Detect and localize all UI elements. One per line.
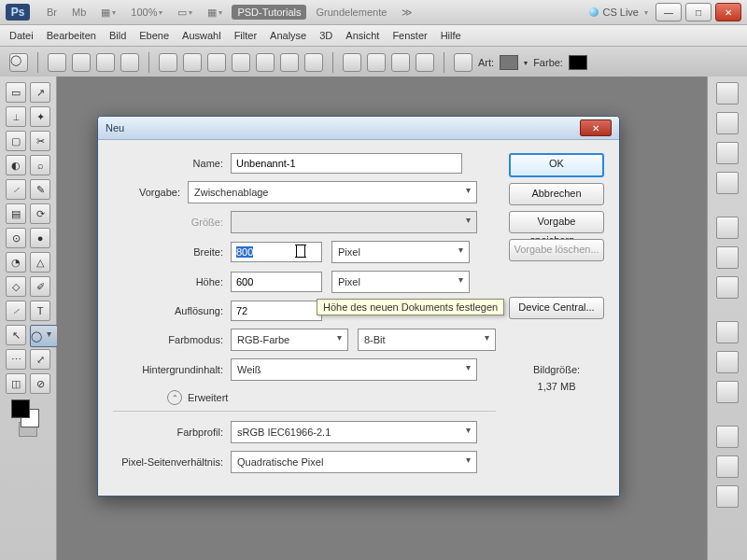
tool[interactable]: ● [30,228,50,248]
panel-icon[interactable] [716,142,739,164]
pathop-icon[interactable] [343,53,361,72]
tool[interactable]: ▭ [6,82,26,103]
tool[interactable]: ⟂ [6,106,26,127]
tool[interactable]: ⋯ [6,349,26,370]
name-input[interactable] [231,153,462,174]
tool[interactable]: ◫ [6,373,26,394]
panel-icon[interactable] [716,455,739,478]
tool[interactable]: ✂ [30,131,50,151]
panel-icon[interactable] [716,321,739,343]
menu-item[interactable]: Auswahl [182,30,221,41]
dialog-close-button[interactable]: ✕ [580,119,612,136]
ok-button[interactable]: OK [509,153,604,177]
hoehe-input[interactable] [231,272,322,292]
menu-item[interactable]: Analyse [270,30,306,41]
tool[interactable]: ◇ [6,276,26,297]
menu-item[interactable]: 3D [319,30,332,41]
pixelsv-select[interactable]: Quadratische Pixel [231,451,477,473]
panel-icon[interactable] [716,276,739,299]
arrange-docs-button[interactable]: ▦▾ [95,5,121,21]
pathop-icon[interactable] [367,53,386,72]
menu-item[interactable]: Datei [9,30,34,41]
panel-icon[interactable] [716,172,739,194]
dialog-titlebar[interactable]: Neu ✕ [98,117,619,140]
tool[interactable]: ⌕ [30,155,50,175]
pathop-icon[interactable] [416,53,434,72]
cancel-button[interactable]: Abbrechen [509,183,604,205]
window-maximize-button[interactable]: □ [685,3,712,21]
fg-bg-colors[interactable] [6,398,50,429]
save-preset-button[interactable]: Vorgabe speichern... [509,211,604,233]
shape-roundrect-icon[interactable] [207,53,226,72]
panel-icon[interactable] [716,82,739,105]
hintergrund-select[interactable]: Weiß [231,358,477,381]
link-icon[interactable] [454,53,472,72]
shape-rect-icon[interactable] [183,53,202,72]
art-swatch[interactable] [500,55,518,70]
minibridge-button[interactable]: Mb [66,5,92,20]
tool[interactable]: ⟳ [30,203,50,224]
panel-icon[interactable] [716,246,739,269]
shape-custom-icon[interactable] [304,53,323,72]
window-close-button[interactable]: ✕ [715,3,741,21]
panel-icon[interactable] [716,426,739,448]
menu-item[interactable]: Hilfe [441,30,461,41]
tool[interactable]: ▢ [6,131,26,151]
tool[interactable]: ⊙ [6,228,26,248]
menu-item[interactable]: Filter [234,30,257,41]
tool[interactable]: ⊘ [30,373,50,394]
menu-item[interactable]: Fenster [392,30,427,41]
selmode-new[interactable] [48,53,66,72]
tool-preset[interactable]: ◯ [9,53,28,72]
tool[interactable]: T [30,301,50,321]
menu-item[interactable]: Ebene [139,30,169,41]
workspace-tab-active[interactable]: PSD-Tutorials [232,5,306,20]
window-minimize-button[interactable]: — [655,3,682,21]
device-central-button[interactable]: Device Central... [509,297,604,319]
tool[interactable]: △ [30,252,50,273]
tool[interactable]: ✎ [30,179,50,200]
menu-item[interactable]: Bild [109,30,126,41]
hoehe-unit-select[interactable]: Pixel [331,271,470,293]
farbmodus-select[interactable]: RGB-Farbe [231,329,348,351]
aufloesung-input[interactable] [231,301,322,321]
panel-icon[interactable] [716,351,739,373]
breite-input[interactable] [231,242,322,262]
zoom-level[interactable]: 100%▾ [125,5,168,20]
pathop-icon[interactable] [391,53,410,72]
tool[interactable]: ⤢ [30,349,50,370]
farbprofil-select[interactable]: sRGB IEC61966-2.1 [231,421,477,443]
erweitert-toggle[interactable]: ⌃ Erweitert [167,390,496,405]
pen-icon[interactable] [159,53,177,72]
color-swatch[interactable] [569,55,587,70]
workspace-overflow[interactable]: ≫ [396,5,418,21]
tool[interactable]: ↖ [6,325,26,345]
selmode-add[interactable] [72,53,91,72]
cs-live-button[interactable]: CS Live▾ [589,7,648,18]
tool[interactable]: ⟋ [6,301,26,321]
panel-icon[interactable] [716,381,739,403]
vorgabe-select[interactable]: Zwischenablage [188,181,477,203]
screenmode-button[interactable]: ▭▾ [172,5,198,21]
panel-icon[interactable] [716,485,739,508]
tool[interactable]: ✦ [30,106,50,127]
shape-line-icon[interactable] [280,53,299,72]
panel-icon[interactable] [716,217,739,239]
tool[interactable]: ▤ [6,203,26,224]
workspace-tab[interactable]: Grundelemente [310,5,392,20]
menu-item[interactable]: Bearbeiten [47,30,96,41]
tool[interactable]: ↗ [30,82,50,103]
tool[interactable]: ◐ [6,155,26,175]
shape-poly-icon[interactable] [256,53,275,72]
extras-button[interactable]: ▦▾ [202,5,228,21]
selmode-sub[interactable] [96,53,115,72]
tool[interactable]: ⟋ [6,179,26,200]
bit-depth-select[interactable]: 8-Bit [358,329,496,351]
selmode-int[interactable] [120,53,139,72]
shape-ellipse-icon[interactable] [232,53,250,72]
bridge-button[interactable]: Br [41,5,63,20]
tool-ellipse[interactable]: ◯ [30,325,58,347]
panel-icon[interactable] [716,112,739,134]
tool[interactable]: ◔ [6,252,26,273]
tool[interactable]: ✐ [30,276,50,297]
